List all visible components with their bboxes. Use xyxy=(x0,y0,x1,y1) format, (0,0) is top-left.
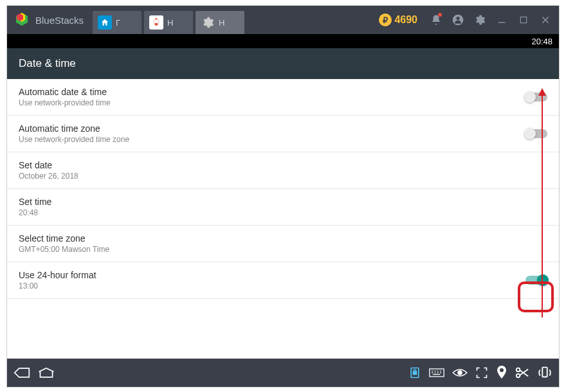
settings-list: Automatic date & time Use network-provid… xyxy=(7,79,559,359)
app-title: BlueStacks xyxy=(35,15,84,26)
tab-label: Н xyxy=(167,18,173,28)
svg-point-23 xyxy=(516,374,520,378)
status-time: 20:48 xyxy=(531,37,552,46)
scissors-icon[interactable] xyxy=(515,366,529,379)
android-status-bar: 20:48 xyxy=(7,34,559,48)
svg-rect-5 xyxy=(520,17,526,22)
setting-set-date[interactable]: Set date October 26, 2018 xyxy=(7,152,559,189)
setting-select-time-zone[interactable]: Select time zone GMT+05:00 Mawson Time xyxy=(7,226,559,262)
setting-title: Select time zone xyxy=(19,233,109,244)
home-icon xyxy=(98,15,112,30)
back-icon[interactable] xyxy=(14,366,30,379)
tab-label: Г xyxy=(116,18,120,28)
setting-automatic-date-time[interactable]: Automatic date & time Use network-provid… xyxy=(7,79,559,116)
setting-subtitle: 20:48 xyxy=(19,208,51,217)
location-icon[interactable] xyxy=(496,366,507,380)
home-icon[interactable] xyxy=(38,366,55,379)
bluestacks-title-bar: BlueStacks Г Н Н ₽ 4690 xyxy=(7,6,559,34)
annotation-arrow-head xyxy=(538,88,546,96)
app-icon xyxy=(149,15,163,30)
setting-title: Set time xyxy=(19,197,51,207)
setting-title: Set date xyxy=(19,160,78,170)
svg-rect-10 xyxy=(430,369,444,377)
points-value: 4690 xyxy=(394,14,417,26)
notification-bell-icon[interactable] xyxy=(426,10,446,30)
annotation-arrow-line xyxy=(542,93,543,317)
tab-settings[interactable]: Н xyxy=(196,11,244,34)
svg-point-21 xyxy=(500,368,504,372)
setting-set-time[interactable]: Set time 20:48 xyxy=(7,189,559,226)
tab-label: Н xyxy=(219,18,224,28)
toggle-switch[interactable] xyxy=(525,129,547,138)
setting-title: Automatic time zone xyxy=(19,123,129,134)
setting-subtitle: GMT+05:00 Mawson Time xyxy=(19,245,109,254)
tab-app-1[interactable]: Н xyxy=(144,11,193,34)
setting-subtitle: 13:00 xyxy=(19,281,96,290)
setting-subtitle: Use network-provided time xyxy=(19,98,111,107)
bluestacks-logo-icon xyxy=(14,12,30,28)
svg-point-1 xyxy=(154,23,158,26)
fullscreen-icon[interactable] xyxy=(475,366,488,379)
lock-rotation-icon[interactable] xyxy=(408,366,421,379)
gear-icon[interactable] xyxy=(470,10,489,30)
close-icon[interactable] xyxy=(536,10,555,30)
keyboard-icon[interactable] xyxy=(429,368,444,378)
svg-rect-26 xyxy=(542,368,547,377)
svg-point-22 xyxy=(516,368,520,372)
setting-24-hour-format[interactable]: Use 24-hour format 13:00 xyxy=(7,262,559,299)
user-circle-icon[interactable] xyxy=(448,10,468,30)
svg-rect-9 xyxy=(414,371,417,374)
shake-icon[interactable] xyxy=(537,366,552,380)
setting-subtitle: Use network-provided time zone xyxy=(19,135,129,144)
gear-icon xyxy=(201,15,215,30)
android-nav-bar xyxy=(7,359,559,387)
svg-line-24 xyxy=(520,370,528,376)
svg-line-25 xyxy=(520,370,528,375)
svg-point-3 xyxy=(457,17,460,20)
points-coin-icon: ₽ xyxy=(379,13,392,26)
svg-point-20 xyxy=(458,371,462,375)
setting-title: Automatic date & time xyxy=(19,87,111,97)
points-display[interactable]: ₽ 4690 xyxy=(379,13,417,26)
eye-icon[interactable] xyxy=(452,368,468,378)
maximize-icon[interactable] xyxy=(514,10,533,30)
setting-automatic-time-zone[interactable]: Automatic time zone Use network-provided… xyxy=(7,116,559,152)
toggle-switch[interactable] xyxy=(525,276,547,285)
setting-subtitle: October 26, 2018 xyxy=(19,172,78,181)
settings-header: Date & time xyxy=(7,48,559,79)
tab-home[interactable]: Г xyxy=(93,11,142,34)
setting-title: Use 24-hour format xyxy=(19,270,96,280)
minimize-icon[interactable] xyxy=(492,10,511,30)
page-title: Date & time xyxy=(19,57,76,70)
